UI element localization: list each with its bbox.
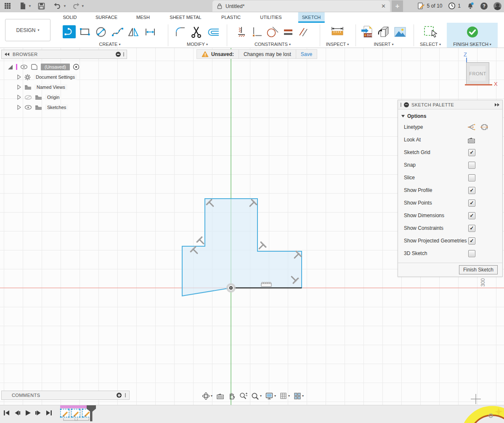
view-cube-front-face[interactable]: FRONT	[466, 62, 489, 85]
pan-control[interactable]	[228, 392, 236, 400]
alerts-bell[interactable]	[467, 2, 475, 10]
show-constraints-checkbox[interactable]	[468, 225, 475, 232]
inspect-menu[interactable]: INSPECT ▾	[326, 41, 349, 48]
insert-menu[interactable]: INSERT ▾	[374, 41, 393, 48]
sketch-origin-point[interactable]	[226, 283, 236, 293]
redo-caret[interactable]: ▼	[81, 4, 85, 8]
redo-icon[interactable]	[71, 1, 81, 11]
measure-tool-icon[interactable]	[330, 26, 345, 38]
fixed-constraint-icon[interactable]	[236, 26, 247, 38]
activate-target-icon[interactable]	[73, 64, 80, 70]
viewports-control[interactable]: ▾	[294, 392, 304, 400]
item-label[interactable]: Sketches	[45, 104, 68, 110]
look-at-control[interactable]	[216, 392, 224, 399]
constraints-menu[interactable]: CONSTRAINTS ▾	[255, 41, 291, 48]
play-icon[interactable]	[24, 410, 31, 416]
browser-item-sketches[interactable]: Sketches	[1, 102, 127, 112]
finish-sketch-button[interactable]: Finish Sketch	[459, 265, 498, 274]
collapse-left-icon[interactable]	[4, 52, 10, 56]
grid-settings-control[interactable]: ▾	[280, 392, 290, 400]
tab-surface[interactable]: SURFACE	[92, 12, 121, 23]
sketch-palette-header[interactable]: SKETCH PALETTE	[398, 100, 502, 109]
save-icon[interactable]	[37, 1, 47, 11]
viewports-caret-icon[interactable]: ▾	[302, 394, 304, 398]
tab-utilities[interactable]: UTILITIES	[256, 12, 285, 23]
add-comment-icon[interactable]	[117, 393, 122, 398]
parallel-constraint-icon[interactable]	[297, 26, 310, 38]
equal-constraint-icon[interactable]	[282, 26, 294, 38]
horizontal-vertical-constraint-icon[interactable]	[250, 26, 263, 38]
expand-arrow-icon[interactable]	[16, 85, 21, 90]
circle-tool-icon[interactable]	[94, 25, 108, 39]
zoom-window-caret-icon[interactable]: ▾	[260, 394, 262, 398]
perpendicular-constraint-icon[interactable]	[257, 242, 266, 251]
tangent-constraint-icon[interactable]	[266, 26, 279, 38]
zoom-window-control[interactable]: ▾	[251, 392, 262, 400]
offset-tool-icon[interactable]	[206, 26, 220, 38]
sketch-grid-checkbox[interactable]	[468, 149, 475, 156]
slice-checkbox[interactable]	[468, 174, 475, 181]
tab-mesh[interactable]: MESH	[133, 12, 154, 23]
undo-caret[interactable]: ▼	[63, 4, 66, 8]
step-forward-icon[interactable]	[35, 410, 42, 416]
show-projected-geometries-checkbox[interactable]	[468, 237, 475, 245]
file-menu-caret[interactable]: ▼	[28, 4, 32, 8]
palette-collapse-icon[interactable]	[404, 102, 409, 107]
step-back-icon[interactable]	[14, 410, 21, 416]
view-cube[interactable]: Z FRONT X	[459, 50, 504, 90]
trim-tool-icon[interactable]	[190, 25, 203, 39]
file-menu-icon[interactable]	[18, 1, 28, 11]
insert-image-icon[interactable]	[393, 26, 407, 38]
create-menu[interactable]: CREATE ▾	[99, 41, 121, 48]
options-section-header[interactable]: Options	[398, 109, 502, 121]
save-link[interactable]: Save	[301, 51, 312, 57]
job-status[interactable]: 5 of 10	[418, 3, 443, 10]
timeline-sketch-feature[interactable]	[71, 409, 80, 418]
mirror-tool-icon[interactable]	[127, 26, 141, 38]
undo-icon[interactable]	[53, 1, 63, 11]
sketch-dimension-tool-icon[interactable]	[143, 26, 157, 38]
display-settings-caret-icon[interactable]: ▾	[274, 394, 276, 398]
spline-tool-icon[interactable]	[111, 26, 124, 38]
root-document-label[interactable]: (Unsaved)	[41, 64, 70, 70]
item-label[interactable]: Named Views	[34, 84, 67, 90]
3d-sketch-checkbox[interactable]	[468, 250, 475, 257]
browser-collapse-icon[interactable]	[116, 52, 121, 57]
zoom-control[interactable]	[239, 392, 247, 400]
browser-item-document-settings[interactable]: Document Settings	[1, 72, 127, 82]
browser-grip[interactable]	[123, 52, 124, 56]
help-icon[interactable]: ?	[480, 3, 488, 10]
horizontal-constraint-icon[interactable]	[261, 282, 271, 287]
centerline-linetype-icon[interactable]	[467, 123, 475, 131]
design-workspace-selector[interactable]: DESIGN ▾	[5, 19, 50, 41]
look-at-icon[interactable]	[467, 136, 475, 144]
show-profile-checkbox[interactable]	[468, 187, 475, 194]
document-tab[interactable]: Untitled* ✕	[212, 0, 390, 12]
comments-grip[interactable]	[125, 393, 126, 397]
tab-sheet-metal[interactable]: SHEET METAL	[166, 12, 205, 23]
finish-sketch-menu[interactable]: FINISH SKETCH ▾	[453, 41, 491, 48]
tab-solid[interactable]: SOLID	[59, 12, 80, 23]
eye-icon[interactable]	[20, 64, 28, 69]
show-dimensions-checkbox[interactable]	[468, 212, 475, 219]
grid-settings-caret-icon[interactable]: ▾	[288, 394, 290, 398]
select-menu[interactable]: SELECT ▾	[420, 41, 441, 48]
user-avatar[interactable]	[493, 2, 501, 10]
comments-header[interactable]: COMMENTS	[1, 391, 130, 400]
eye-icon[interactable]	[24, 105, 32, 110]
notification-center[interactable]: 1	[448, 2, 461, 10]
item-label[interactable]: Document Settings	[34, 74, 77, 80]
tab-sketch[interactable]: SKETCH	[298, 12, 325, 23]
app-grid-icon[interactable]	[3, 1, 13, 11]
browser-item-named-views[interactable]: Named Views	[1, 82, 127, 92]
select-tool-icon[interactable]	[423, 25, 438, 39]
expand-arrow-icon[interactable]	[16, 74, 21, 80]
expand-arrow-icon[interactable]	[16, 95, 21, 100]
orbit-control[interactable]: ▾	[202, 392, 212, 400]
close-tab-icon[interactable]: ✕	[381, 3, 386, 9]
expand-arrow-icon[interactable]	[16, 105, 21, 110]
palette-grip[interactable]	[401, 103, 401, 107]
show-points-checkbox[interactable]	[468, 200, 475, 207]
finish-sketch-icon[interactable]	[466, 26, 479, 38]
browser-header[interactable]: BROWSER	[1, 50, 127, 59]
